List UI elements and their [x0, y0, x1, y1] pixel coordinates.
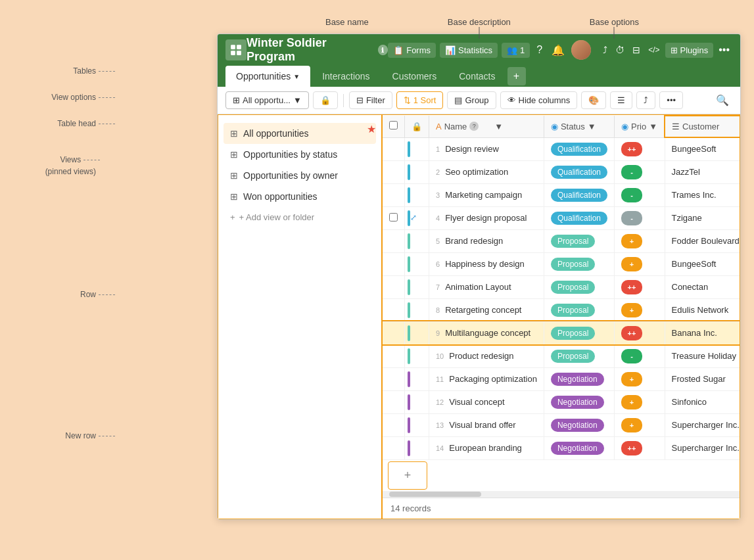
- fields-icon[interactable]: ⊟: [630, 42, 643, 58]
- grid-icon[interactable]: [225, 39, 247, 60]
- sidebar-item-all-opportunities[interactable]: ⊞ All opportunities: [224, 123, 376, 144]
- status-badge[interactable]: Qualification: [551, 189, 607, 202]
- search-button[interactable]: 🔍: [713, 91, 732, 110]
- add-tab-button[interactable]: +: [507, 67, 526, 85]
- prio-badge[interactable]: -: [621, 165, 642, 179]
- expand-icon[interactable]: ⤢: [410, 213, 417, 222]
- history-icon[interactable]: ⏱: [613, 42, 627, 58]
- rows-icon: ☰: [617, 95, 625, 105]
- table-row[interactable]: 10Product redesignProposal-Treasure Holi…: [383, 344, 740, 367]
- add-view-button[interactable]: + + Add view or folder: [224, 207, 321, 227]
- toolbar-more-button[interactable]: •••: [659, 91, 683, 109]
- customer-name: Edulis Network: [672, 305, 729, 315]
- prio-badge[interactable]: +: [621, 257, 642, 271]
- row-number: 5: [436, 237, 440, 245]
- collaborators-button[interactable]: 👥 1: [502, 43, 530, 58]
- share-view-button[interactable]: ⤴: [636, 91, 655, 109]
- status-badge[interactable]: Qualification: [551, 143, 607, 156]
- share-icon[interactable]: ⤴: [600, 42, 610, 58]
- lock-button[interactable]: 🔒: [313, 91, 338, 109]
- sidebar-item-won[interactable]: ⊞ Won opportunities: [224, 186, 376, 207]
- status-badge[interactable]: Qualification: [551, 166, 607, 179]
- hide-columns-button[interactable]: 👁 Hide columns: [500, 91, 578, 109]
- table-row[interactable]: 12Visual conceptNegotiation+Sinfonico: [383, 390, 740, 413]
- scroll-thumb[interactable]: [389, 492, 481, 497]
- table-row[interactable]: 3Marketing campaignQualification-Trames …: [383, 183, 740, 206]
- sort-button[interactable]: ⇅ 1 Sort: [396, 91, 444, 109]
- table-row[interactable]: 5Brand redesignProposal+Fodder Boulevard…: [383, 229, 740, 252]
- sidebar-item-by-status[interactable]: ⊞ Opportunities by status: [224, 144, 376, 165]
- table-row[interactable]: 6Happiness by designProposal+BungeeSoft: [383, 252, 740, 275]
- th-status[interactable]: ◉ Status ▼: [544, 116, 614, 137]
- tab-customers[interactable]: Customers: [382, 66, 448, 87]
- status-badge[interactable]: Proposal: [551, 235, 595, 248]
- prio-badge[interactable]: ++: [621, 142, 642, 156]
- plugins-button[interactable]: ⊞ Plugins: [665, 43, 714, 58]
- status-badge[interactable]: Proposal: [551, 258, 595, 271]
- table-row[interactable]: 13Visual brand offerNegotiation+Supercha…: [383, 413, 740, 436]
- row-customer-cell: Banana Inc.: [665, 321, 740, 344]
- paint-button[interactable]: 🎨: [581, 91, 606, 109]
- th-name[interactable]: A Name ? ▼: [429, 116, 544, 137]
- row-name: Packaging optimization: [449, 374, 537, 384]
- tab-contacts[interactable]: Contacts: [448, 66, 506, 87]
- prio-badge[interactable]: ++: [621, 280, 642, 294]
- row-name: Marketing campaign: [445, 190, 522, 200]
- customer-name: Sinfonico: [672, 397, 707, 407]
- prio-badge[interactable]: +: [621, 303, 642, 317]
- th-prio[interactable]: ◉ Prio ▼: [615, 116, 665, 137]
- more-options-icon[interactable]: •••: [716, 41, 732, 58]
- prio-badge[interactable]: +: [621, 234, 642, 248]
- prio-badge[interactable]: -: [621, 211, 642, 225]
- prio-col-icon: ◉: [621, 122, 628, 131]
- table-row[interactable]: 14European brandingNegotiation++Supercha…: [383, 436, 740, 459]
- table-row[interactable]: 1Design reviewQualification++BungeeSoft: [383, 137, 740, 160]
- row-status-cell: Proposal: [544, 298, 614, 321]
- status-badge[interactable]: Proposal: [551, 304, 595, 317]
- table-row[interactable]: ⤢4Flyer design proposalQualification-Tzi…: [383, 206, 740, 229]
- users-icon: 👥: [507, 45, 517, 55]
- sidebar-item-by-owner[interactable]: ⊞ Opportunities by owner: [224, 165, 376, 186]
- statistics-button[interactable]: 📊 Statistics: [440, 43, 498, 58]
- row-checkbox[interactable]: [389, 213, 398, 222]
- th-customer[interactable]: ☰ Customer: [665, 116, 740, 137]
- prio-badge[interactable]: ++: [621, 326, 642, 340]
- table-row[interactable]: 9Multilanguage conceptProposal++Banana I…: [383, 321, 740, 344]
- sidebar-table-icon-2: ⊞: [230, 149, 238, 160]
- prio-badge[interactable]: +: [621, 418, 642, 432]
- tab-opportunities[interactable]: Opportunities ▼: [225, 66, 310, 87]
- table-row[interactable]: 11Packaging optimizationNegotiation+Fros…: [383, 367, 740, 390]
- table-row[interactable]: 7Animation LayoutProposal++Conectan: [383, 275, 740, 298]
- status-badge[interactable]: Negotiation: [551, 419, 604, 432]
- status-badge[interactable]: Negotiation: [551, 396, 604, 409]
- notifications-button[interactable]: 🔔: [549, 41, 567, 59]
- select-all-checkbox[interactable]: [389, 121, 398, 129]
- prio-badge[interactable]: +: [621, 395, 642, 409]
- filter-button[interactable]: ⊟ Filter: [349, 91, 392, 109]
- status-badge[interactable]: Negotiation: [551, 442, 604, 455]
- rows-button[interactable]: ☰: [610, 91, 632, 109]
- group-button[interactable]: ▤ Group: [447, 91, 496, 109]
- row-customer-cell: Fodder Boulevard Ma...: [665, 229, 740, 252]
- status-badge[interactable]: Qualification: [551, 212, 607, 225]
- code-icon[interactable]: </>: [646, 43, 662, 57]
- status-badge[interactable]: Proposal: [551, 350, 595, 363]
- horizontal-scrollbar[interactable]: [383, 491, 740, 498]
- prio-badge[interactable]: +: [621, 372, 642, 386]
- status-badge[interactable]: Proposal: [551, 327, 595, 340]
- row-status-cell: Proposal: [544, 275, 614, 298]
- forms-button[interactable]: 📋 Forms: [388, 43, 436, 58]
- prio-badge[interactable]: -: [621, 349, 642, 363]
- status-badge[interactable]: Negotiation: [551, 373, 604, 386]
- prio-badge[interactable]: -: [621, 188, 642, 202]
- view-selector-button[interactable]: ⊞ All opportu... ▼: [225, 91, 309, 109]
- help-button[interactable]: ?: [534, 41, 545, 58]
- avatar[interactable]: [571, 40, 591, 60]
- table-row[interactable]: 8Retargeting conceptProposal+Edulis Netw…: [383, 298, 740, 321]
- info-icon[interactable]: ℹ: [378, 45, 388, 55]
- status-badge[interactable]: Proposal: [551, 281, 595, 294]
- table-row[interactable]: 2Seo optimizationQualification-JazzTel: [383, 160, 740, 183]
- prio-badge[interactable]: ++: [621, 441, 642, 455]
- new-row-button[interactable]: +: [388, 461, 427, 490]
- tab-interactions[interactable]: Interactions: [312, 66, 380, 87]
